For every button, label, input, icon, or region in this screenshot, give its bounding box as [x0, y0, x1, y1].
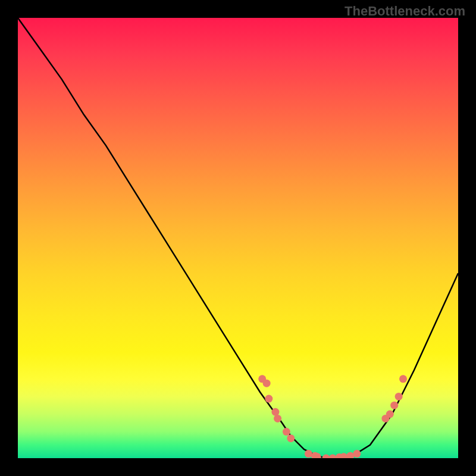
watermark-text: TheBottleneck.com [345, 4, 465, 19]
chart-gradient-background [18, 18, 458, 458]
